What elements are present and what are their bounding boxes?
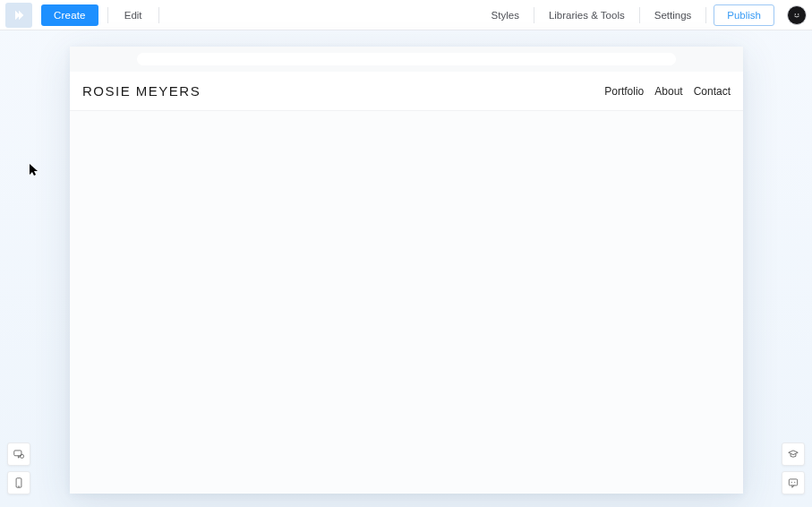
site-header: ROSIE MEYERS Portfolio About Contact — [70, 72, 743, 111]
chat-feedback-icon — [787, 477, 799, 489]
divider — [534, 7, 534, 23]
divider — [158, 7, 159, 23]
logo-icon — [12, 8, 26, 22]
svg-point-2 — [798, 13, 799, 14]
nav-link-contact[interactable]: Contact — [694, 85, 731, 98]
comments-tool-button[interactable] — [7, 443, 30, 466]
site-nav: Portfolio About Contact — [604, 85, 731, 98]
settings-button[interactable]: Settings — [647, 4, 699, 26]
styles-button[interactable]: Styles — [484, 4, 526, 26]
mobile-preview-button[interactable] — [7, 471, 30, 494]
canvas-area: ROSIE MEYERS Portfolio About Contact — [0, 30, 812, 507]
nav-link-portfolio[interactable]: Portfolio — [604, 85, 644, 98]
top-bar-left-group: Create Edit — [5, 0, 159, 30]
publish-button[interactable]: Publish — [714, 4, 774, 26]
editor-top-bar: Create Edit Styles Libraries & Tools Set… — [0, 0, 812, 30]
comment-icon — [13, 448, 25, 460]
learn-tool-button[interactable] — [782, 443, 805, 466]
site-title[interactable]: ROSIE MEYERS — [82, 83, 201, 99]
divider — [639, 7, 640, 23]
feedback-tool-button[interactable] — [782, 471, 805, 494]
site-body-empty[interactable] — [70, 111, 743, 494]
edit-button[interactable]: Edit — [117, 4, 150, 26]
top-bar-right-group: Styles Libraries & Tools Settings Publis… — [484, 0, 807, 30]
account-avatar[interactable] — [787, 5, 807, 25]
address-bar-placeholder — [137, 53, 676, 65]
divider — [705, 7, 706, 23]
nav-link-about[interactable]: About — [654, 85, 682, 98]
page-preview[interactable]: ROSIE MEYERS Portfolio About Contact — [70, 47, 743, 494]
libraries-tools-button[interactable]: Libraries & Tools — [542, 4, 632, 26]
graduation-cap-icon — [787, 448, 799, 460]
browser-chrome-strip — [70, 47, 743, 72]
create-button[interactable]: Create — [41, 4, 98, 26]
divider — [107, 7, 108, 23]
mouse-cursor-icon — [30, 164, 38, 176]
svg-rect-7 — [789, 479, 797, 486]
mobile-icon — [13, 477, 25, 489]
svg-rect-5 — [16, 478, 21, 488]
svg-point-0 — [792, 11, 801, 20]
app-logo[interactable] — [5, 3, 32, 28]
smiley-icon — [791, 10, 802, 21]
svg-point-1 — [795, 13, 796, 14]
